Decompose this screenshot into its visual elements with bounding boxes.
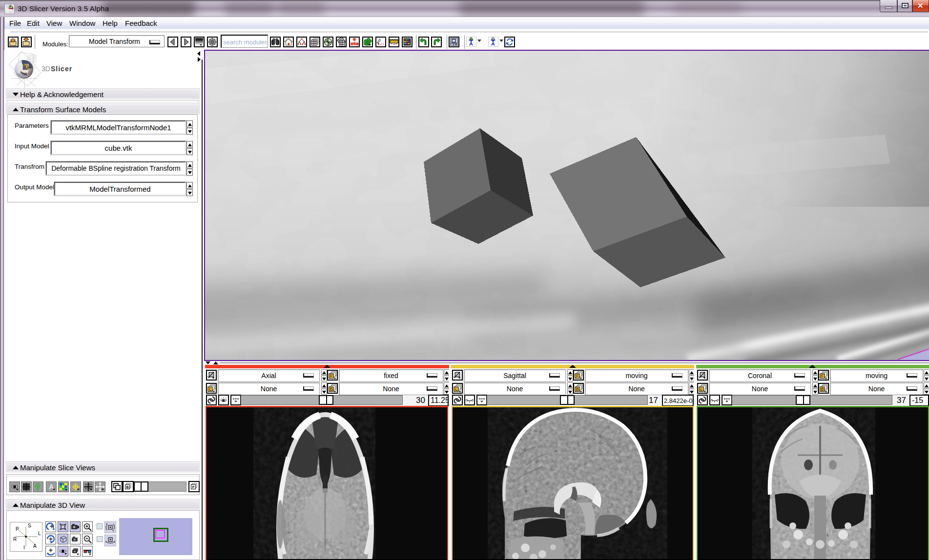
svg-text:L: L	[700, 387, 702, 392]
svg-text:R: R	[13, 537, 17, 542]
svg-text:I: I	[23, 545, 25, 550]
svg-text:B: B	[821, 387, 824, 392]
svg-text:L: L	[38, 531, 41, 536]
svg-text:B: B	[576, 387, 579, 392]
svg-text:Slicer: Slicer	[51, 65, 72, 73]
svg-text:A: A	[33, 543, 37, 549]
svg-text:S: S	[28, 523, 31, 528]
svg-text:F: F	[330, 374, 332, 379]
svg-text:L: L	[209, 387, 211, 392]
svg-text:B: B	[126, 485, 129, 489]
svg-text:F: F	[821, 374, 824, 379]
svg-text:F: F	[576, 374, 578, 379]
svg-text:L: L	[455, 387, 457, 392]
svg-text:B: B	[330, 387, 333, 392]
svg-text:A: A	[49, 483, 54, 491]
svg-text:3D: 3D	[41, 65, 50, 73]
svg-text:F: F	[192, 485, 195, 489]
svg-text:P: P	[16, 526, 19, 532]
